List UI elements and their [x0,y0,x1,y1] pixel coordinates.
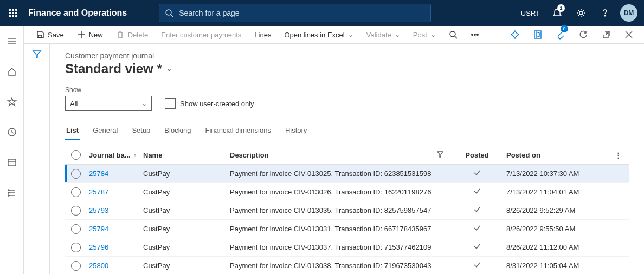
user-created-checkbox[interactable] [165,98,176,109]
table-row[interactable]: 25796CustPayPayment for invoice CIV-0130… [65,238,629,257]
toolbar-search-button[interactable] [443,27,463,42]
office-icon[interactable] [529,26,546,43]
col-posted[interactable]: Posted [450,147,504,164]
svg-point-2 [579,11,583,15]
table-row[interactable]: 25800CustPayPayment for invoice CIV-0130… [65,257,629,274]
table-row[interactable]: 25784CustPayPayment for invoice CIV-0130… [65,165,629,183]
svg-point-22 [474,34,475,35]
app-shell: Save New Delete Enter customer payments … [0,26,644,274]
cell-name: CustPay [141,185,228,199]
col-description-label: Description [230,151,269,159]
row-checkbox[interactable] [71,169,81,179]
cell-journal[interactable]: 25787 [87,185,141,199]
user-avatar[interactable]: DM [620,4,637,22]
attach-count-badge: 0 [561,25,568,32]
view-title-text: Standard view * [65,61,162,76]
chevron-down-icon: ⌄ [166,65,172,73]
select-all-checkbox[interactable] [71,150,81,160]
cell-posted [450,184,504,200]
help-button[interactable] [594,0,616,26]
rail-home-icon[interactable] [1,61,23,82]
row-checkbox[interactable] [71,224,81,234]
cell-journal[interactable]: 25800 [87,258,141,273]
cell-posted-on: 7/13/2022 10:37:30 AM [504,166,613,181]
app-launcher-icon[interactable] [4,4,22,22]
filter-icon[interactable] [437,151,443,159]
company-code[interactable]: USRT [517,9,544,17]
rail-favorites-icon[interactable] [1,91,23,113]
row-checkbox[interactable] [71,261,81,271]
cell-journal[interactable]: 25794 [87,221,141,236]
refresh-button[interactable] [575,26,592,43]
table-row[interactable]: 25787CustPayPayment for invoice CIV-0130… [65,183,629,201]
rail-hamburger-icon[interactable] [1,30,23,52]
col-description[interactable]: Description [228,147,450,164]
cell-description: Payment for invoice CIV-013035. Transact… [228,203,450,218]
col-more[interactable]: ⋮ [613,147,629,164]
row-checkbox[interactable] [71,243,81,252]
enter-payments-label: Enter customer payments [161,31,241,39]
cell-description: Payment for invoice CIV-013031. Transact… [228,221,450,236]
cell-description: Payment for invoice CIV-013038. Transact… [228,258,450,273]
rail-workspaces-icon[interactable] [1,152,23,173]
row-checkbox[interactable] [71,206,81,216]
copilot-icon[interactable] [506,26,524,43]
close-button[interactable] [620,26,637,43]
cell-journal[interactable]: 25793 [87,203,141,218]
svg-line-20 [455,36,457,38]
popout-button[interactable] [597,26,615,43]
sort-asc-icon: ↑ [134,152,137,158]
more-icon [471,30,479,39]
main: Customer payment journal Standard view *… [50,44,644,274]
cell-journal[interactable]: 25784 [87,166,141,181]
cell-posted [450,239,504,255]
cell-posted-on: 8/26/2022 9:55:50 AM [504,221,613,236]
svg-point-3 [604,15,606,16]
toolbar-more-button[interactable] [465,27,485,42]
tab-blocking[interactable]: Blocking [163,123,192,140]
notifications-button[interactable]: 1 [546,0,568,26]
delete-button: Delete [111,27,154,42]
tab-list[interactable]: List [65,123,80,140]
svg-point-19 [450,31,455,37]
view-title[interactable]: Standard view * ⌄ [65,61,629,76]
cell-name: CustPay [141,221,228,236]
attachments-button[interactable]: 0 [552,26,569,43]
user-created-field: Show user-created only [165,96,254,111]
lines-button[interactable]: Lines [249,28,276,42]
cell-journal[interactable]: 25796 [87,240,141,255]
svg-point-0 [166,10,171,15]
row-checkbox[interactable] [71,187,81,197]
cell-empty [613,244,629,251]
col-name[interactable]: Name [141,147,228,164]
validate-button: Validate ⌄ [361,28,405,42]
cell-empty [613,171,629,177]
grid-header: Journal ba... ↑ Name Description Posted … [65,146,629,165]
tab-general[interactable]: General [92,123,119,140]
show-select[interactable]: All ⌄ [65,96,152,111]
funnel-icon[interactable] [32,49,42,274]
cell-posted-on: 7/13/2022 11:04:01 AM [504,185,613,199]
col-posted-on[interactable]: Posted on [504,147,613,164]
table-row[interactable]: 25794CustPayPayment for invoice CIV-0130… [65,220,629,238]
search-input[interactable] [159,4,430,22]
enter-payments-button: Enter customer payments [156,28,247,42]
cell-empty [613,226,629,232]
tab-setup[interactable]: Setup [131,123,151,140]
new-button[interactable]: New [72,27,108,42]
cell-posted [450,166,504,181]
show-value: All [70,100,78,108]
svg-point-23 [477,34,478,35]
action-toolbar: Save New Delete Enter customer payments … [24,26,644,44]
open-excel-button[interactable]: Open lines in Excel ⌄ [279,28,358,42]
filter-row: Show All ⌄ Show user-created only [65,86,629,111]
table-row[interactable]: 25793CustPayPayment for invoice CIV-0130… [65,201,629,220]
rail-modules-icon[interactable] [1,182,23,204]
tab-history[interactable]: History [284,123,308,140]
save-button[interactable]: Save [30,27,69,42]
tab-findim[interactable]: Financial dimensions [204,123,272,140]
col-journal[interactable]: Journal ba... ↑ [87,147,141,164]
settings-button[interactable] [570,0,592,26]
rail-recent-icon[interactable] [1,121,23,143]
cell-posted [450,203,504,218]
